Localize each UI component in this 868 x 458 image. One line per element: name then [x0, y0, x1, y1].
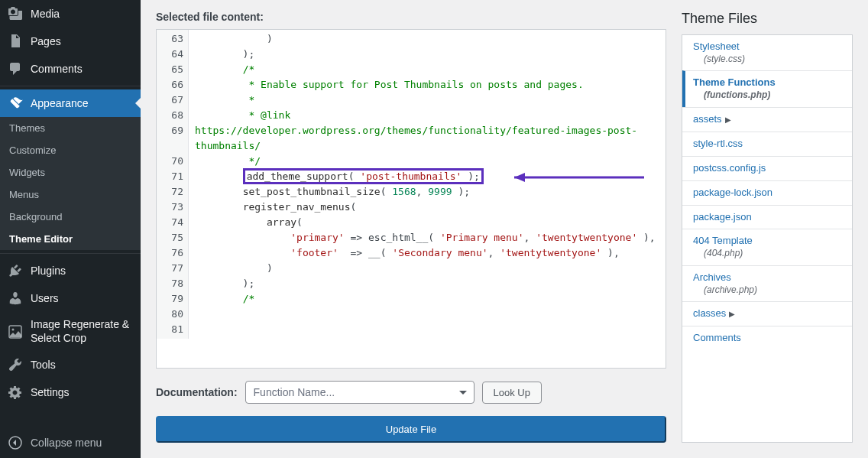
documentation-label: Documentation:	[156, 386, 238, 398]
code-editor[interactable]: 63646566676869 707172737475767778798081 …	[156, 29, 666, 369]
highlight-arrow-icon	[499, 173, 644, 182]
menu-label: Pages	[31, 35, 61, 47]
menu-label: Appearance	[31, 97, 89, 109]
file-label: Theme Functions	[693, 76, 776, 88]
menu-label: Plugins	[31, 265, 66, 277]
file-label: Archives	[693, 271, 731, 283]
file-item[interactable]: Comments	[682, 326, 852, 350]
file-item[interactable]: Theme Functions(functions.php)	[682, 70, 852, 106]
image-regen-icon	[8, 324, 23, 339]
code-lines: ) ); /* * Enable support for Post Thumbn…	[157, 30, 666, 308]
menu-item-users[interactable]: Users	[0, 284, 141, 312]
file-item[interactable]: Archives(archive.php)	[682, 265, 852, 301]
menu-item-settings[interactable]: Settings	[0, 378, 141, 406]
file-item[interactable]: package.json	[682, 205, 852, 229]
settings-icon	[8, 385, 23, 400]
menu-label: Settings	[31, 386, 70, 398]
menu-item-plugins[interactable]: Plugins	[0, 257, 141, 284]
media-icon	[8, 6, 23, 21]
submenu-background[interactable]: Background	[0, 206, 141, 228]
collapse-icon	[8, 435, 23, 450]
submenu-customize[interactable]: Customize	[0, 139, 141, 161]
file-item[interactable]: style-rtl.css	[682, 132, 852, 156]
file-label: assets	[693, 113, 722, 125]
file-label: Stylesheet	[693, 41, 740, 52]
lookup-button[interactable]: Look Up	[482, 382, 542, 404]
appearance-icon	[8, 96, 23, 111]
update-file-button[interactable]: Update File	[156, 416, 666, 443]
submenu-themes[interactable]: Themes	[0, 117, 141, 139]
comments-icon	[8, 61, 23, 76]
file-label: style-rtl.css	[693, 138, 743, 149]
menu-separator	[0, 86, 141, 86]
theme-files-title: Theme Files	[682, 11, 853, 27]
file-label: package-lock.json	[693, 187, 772, 198]
menu-label: Comments	[31, 63, 83, 75]
theme-files-column: Theme Files Stylesheet(style.css)Theme F…	[682, 11, 853, 443]
editor-column: Selected file content: 63646566676869 70…	[156, 11, 666, 443]
menu-separator	[0, 253, 141, 254]
menu-label: Users	[31, 292, 59, 304]
theme-files-list[interactable]: Stylesheet(style.css)Theme Functions(fun…	[682, 34, 853, 443]
file-label: package.json	[693, 211, 752, 223]
file-label: 404 Template	[693, 235, 753, 246]
file-meta: (404.php)	[693, 248, 843, 260]
menu-label: Media	[31, 8, 60, 20]
file-meta: (style.css)	[693, 54, 843, 66]
plugins-icon	[8, 263, 23, 278]
menu-item-tools[interactable]: Tools	[0, 351, 141, 378]
pages-icon	[8, 34, 23, 49]
submenu-theme-editor[interactable]: Theme Editor	[0, 228, 141, 250]
editor-heading: Selected file content:	[156, 11, 666, 23]
file-label: postcss.config.js	[693, 162, 766, 174]
collapse-label: Collapse menu	[31, 437, 102, 449]
line-gutter: 63646566676869 707172737475767778798081	[157, 30, 189, 339]
svg-marker-4	[514, 173, 525, 182]
submenu-widgets[interactable]: Widgets	[0, 161, 141, 184]
menu-item-image-regen[interactable]: Image Regenerate & Select Crop	[0, 312, 141, 351]
file-item[interactable]: package-lock.json	[682, 180, 852, 205]
function-select[interactable]: Function Name...	[245, 381, 474, 404]
menu-item-appearance[interactable]: Appearance	[0, 89, 141, 117]
file-item[interactable]: Stylesheet(style.css)	[682, 35, 852, 70]
file-item[interactable]: assets▶	[682, 107, 852, 132]
chevron-right-icon: ▶	[729, 310, 735, 318]
users-icon	[8, 291, 23, 306]
collapse-menu[interactable]: Collapse menu	[0, 427, 141, 458]
menu-item-comments[interactable]: Comments	[0, 55, 141, 83]
menu-label: Tools	[31, 359, 56, 371]
menu-item-media[interactable]: Media	[0, 0, 141, 28]
appearance-submenu: Themes Customize Widgets Menus Backgroun…	[0, 117, 141, 250]
file-item[interactable]: classes▶	[682, 301, 852, 326]
file-item[interactable]: 404 Template(404.php)	[682, 229, 852, 265]
function-select-wrap: Function Name...	[245, 381, 474, 404]
file-item[interactable]: postcss.config.js	[682, 156, 852, 180]
chevron-right-icon: ▶	[725, 115, 731, 124]
documentation-row: Documentation: Function Name... Look Up	[156, 381, 666, 404]
admin-sidebar: Media Pages Comments Appearance Themes C…	[0, 0, 141, 458]
menu-label: Image Regenerate & Select Crop	[31, 318, 133, 345]
file-label: Comments	[693, 332, 741, 343]
tools-icon	[8, 357, 23, 372]
submenu-menus[interactable]: Menus	[0, 184, 141, 206]
file-meta: (archive.php)	[693, 284, 843, 297]
main-content: Selected file content: 63646566676869 70…	[141, 0, 868, 458]
svg-point-1	[12, 328, 15, 330]
file-label: classes	[693, 307, 726, 319]
menu-item-pages[interactable]: Pages	[0, 28, 141, 55]
file-meta: (functions.php)	[693, 89, 843, 102]
